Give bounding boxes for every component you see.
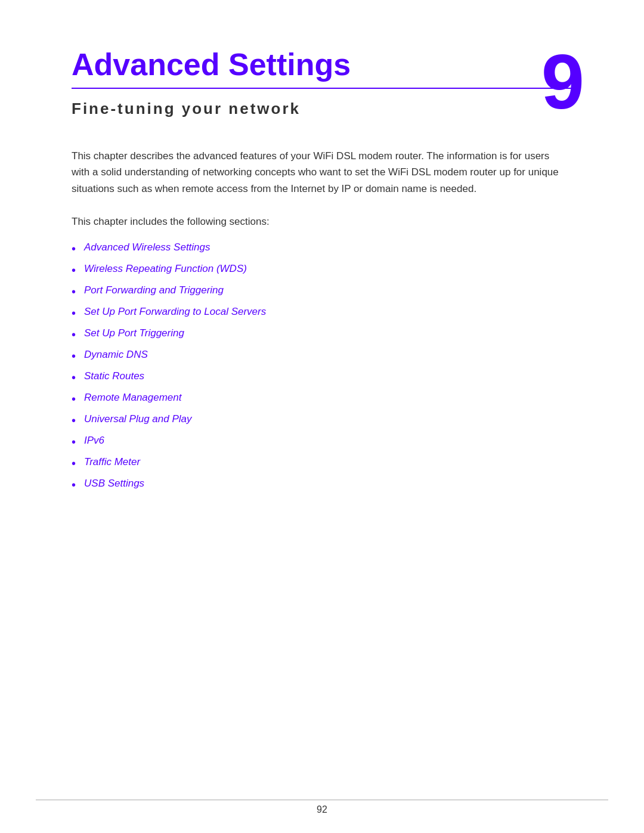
toc-link-wireless-repeating-function[interactable]: Wireless Repeating Function (WDS) xyxy=(84,263,247,275)
bullet-icon: • xyxy=(72,349,76,363)
sections-intro: This chapter includes the following sect… xyxy=(72,213,572,230)
bullet-icon: • xyxy=(72,328,76,342)
list-item: • Wireless Repeating Function (WDS) xyxy=(72,263,572,277)
list-item: • Advanced Wireless Settings xyxy=(72,241,572,256)
toc-list: • Advanced Wireless Settings • Wireless … xyxy=(72,241,572,492)
bullet-icon: • xyxy=(72,285,76,299)
bullet-icon: • xyxy=(72,371,76,385)
toc-link-set-up-port-triggering[interactable]: Set Up Port Triggering xyxy=(84,327,184,339)
list-item: • Port Forwarding and Triggering xyxy=(72,284,572,299)
bullet-icon: • xyxy=(72,414,76,428)
bullet-icon: • xyxy=(72,264,76,277)
list-item: • Remote Management xyxy=(72,392,572,406)
bullet-icon: • xyxy=(72,435,76,449)
list-item: • IPv6 xyxy=(72,435,572,449)
bullet-icon: • xyxy=(72,242,76,256)
toc-link-advanced-wireless-settings[interactable]: Advanced Wireless Settings xyxy=(84,241,210,253)
intro-paragraph: This chapter describes the advanced feat… xyxy=(72,148,561,197)
toc-link-traffic-meter[interactable]: Traffic Meter xyxy=(84,456,140,468)
page-container: 9 Advanced Settings Fine-tuning your net… xyxy=(0,0,644,833)
toc-link-ipv6[interactable]: IPv6 xyxy=(84,435,104,447)
chapter-title: Advanced Settings xyxy=(72,48,572,82)
list-item: • Traffic Meter xyxy=(72,456,572,470)
list-item: • USB Settings xyxy=(72,478,572,492)
bullet-icon: • xyxy=(72,457,76,470)
page-number: 92 xyxy=(317,804,327,815)
bullet-icon: • xyxy=(72,306,76,320)
title-divider xyxy=(72,88,572,89)
list-item: • Static Routes xyxy=(72,370,572,385)
toc-link-remote-management[interactable]: Remote Management xyxy=(84,392,181,404)
toc-link-port-forwarding-triggering[interactable]: Port Forwarding and Triggering xyxy=(84,284,224,296)
list-item: • Set Up Port Triggering xyxy=(72,327,572,342)
toc-link-set-up-port-forwarding[interactable]: Set Up Port Forwarding to Local Servers xyxy=(84,306,266,318)
toc-link-dynamic-dns[interactable]: Dynamic DNS xyxy=(84,349,148,361)
bullet-icon: • xyxy=(72,478,76,492)
list-item: • Set Up Port Forwarding to Local Server… xyxy=(72,306,572,320)
bullet-icon: • xyxy=(72,392,76,406)
toc-link-usb-settings[interactable]: USB Settings xyxy=(84,478,144,490)
header-block: Advanced Settings Fine-tuning your netwo… xyxy=(72,48,572,118)
list-item: • Dynamic DNS xyxy=(72,349,572,363)
toc-link-universal-plug-and-play[interactable]: Universal Plug and Play xyxy=(84,413,191,425)
footer-divider xyxy=(36,800,608,800)
subtitle: Fine-tuning your network xyxy=(72,100,572,118)
list-item: • Universal Plug and Play xyxy=(72,413,572,428)
toc-link-static-routes[interactable]: Static Routes xyxy=(84,370,144,382)
